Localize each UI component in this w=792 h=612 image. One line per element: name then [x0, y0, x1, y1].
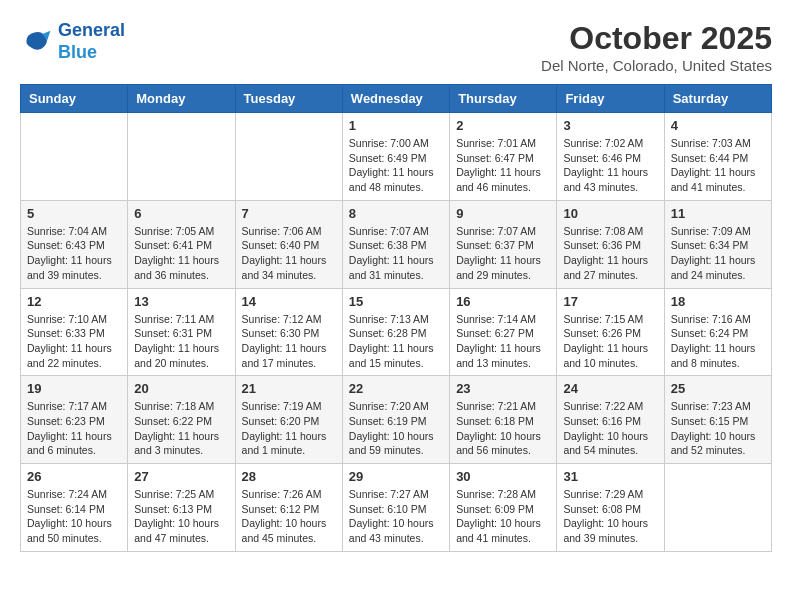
day-number: 9 — [456, 206, 550, 221]
day-number: 16 — [456, 294, 550, 309]
day-info: Sunrise: 7:12 AM Sunset: 6:30 PM Dayligh… — [242, 312, 336, 371]
calendar-cell: 13Sunrise: 7:11 AM Sunset: 6:31 PM Dayli… — [128, 288, 235, 376]
calendar-cell: 20Sunrise: 7:18 AM Sunset: 6:22 PM Dayli… — [128, 376, 235, 464]
day-info: Sunrise: 7:13 AM Sunset: 6:28 PM Dayligh… — [349, 312, 443, 371]
logo: General Blue — [20, 20, 125, 63]
day-info: Sunrise: 7:01 AM Sunset: 6:47 PM Dayligh… — [456, 136, 550, 195]
calendar-cell: 15Sunrise: 7:13 AM Sunset: 6:28 PM Dayli… — [342, 288, 449, 376]
day-number: 12 — [27, 294, 121, 309]
day-number: 31 — [563, 469, 657, 484]
day-info: Sunrise: 7:07 AM Sunset: 6:38 PM Dayligh… — [349, 224, 443, 283]
calendar-subtitle: Del Norte, Colorado, United States — [541, 57, 772, 74]
logo-text: General Blue — [58, 20, 125, 63]
day-number: 3 — [563, 118, 657, 133]
day-info: Sunrise: 7:06 AM Sunset: 6:40 PM Dayligh… — [242, 224, 336, 283]
calendar-table: SundayMondayTuesdayWednesdayThursdayFrid… — [20, 84, 772, 552]
calendar-cell: 19Sunrise: 7:17 AM Sunset: 6:23 PM Dayli… — [21, 376, 128, 464]
day-number: 29 — [349, 469, 443, 484]
day-number: 18 — [671, 294, 765, 309]
calendar-cell: 7Sunrise: 7:06 AM Sunset: 6:40 PM Daylig… — [235, 200, 342, 288]
day-number: 2 — [456, 118, 550, 133]
weekday-header-monday: Monday — [128, 85, 235, 113]
day-number: 25 — [671, 381, 765, 396]
calendar-week-row: 26Sunrise: 7:24 AM Sunset: 6:14 PM Dayli… — [21, 464, 772, 552]
day-info: Sunrise: 7:04 AM Sunset: 6:43 PM Dayligh… — [27, 224, 121, 283]
weekday-header-tuesday: Tuesday — [235, 85, 342, 113]
calendar-cell: 9Sunrise: 7:07 AM Sunset: 6:37 PM Daylig… — [450, 200, 557, 288]
day-info: Sunrise: 7:27 AM Sunset: 6:10 PM Dayligh… — [349, 487, 443, 546]
calendar-cell — [128, 113, 235, 201]
day-info: Sunrise: 7:16 AM Sunset: 6:24 PM Dayligh… — [671, 312, 765, 371]
day-number: 27 — [134, 469, 228, 484]
day-number: 26 — [27, 469, 121, 484]
day-number: 22 — [349, 381, 443, 396]
day-number: 7 — [242, 206, 336, 221]
day-info: Sunrise: 7:25 AM Sunset: 6:13 PM Dayligh… — [134, 487, 228, 546]
day-info: Sunrise: 7:15 AM Sunset: 6:26 PM Dayligh… — [563, 312, 657, 371]
calendar-cell: 24Sunrise: 7:22 AM Sunset: 6:16 PM Dayli… — [557, 376, 664, 464]
calendar-week-row: 5Sunrise: 7:04 AM Sunset: 6:43 PM Daylig… — [21, 200, 772, 288]
day-info: Sunrise: 7:11 AM Sunset: 6:31 PM Dayligh… — [134, 312, 228, 371]
calendar-cell: 11Sunrise: 7:09 AM Sunset: 6:34 PM Dayli… — [664, 200, 771, 288]
calendar-cell: 4Sunrise: 7:03 AM Sunset: 6:44 PM Daylig… — [664, 113, 771, 201]
calendar-cell: 25Sunrise: 7:23 AM Sunset: 6:15 PM Dayli… — [664, 376, 771, 464]
day-number: 17 — [563, 294, 657, 309]
day-number: 1 — [349, 118, 443, 133]
day-info: Sunrise: 7:18 AM Sunset: 6:22 PM Dayligh… — [134, 399, 228, 458]
calendar-cell: 3Sunrise: 7:02 AM Sunset: 6:46 PM Daylig… — [557, 113, 664, 201]
calendar-cell: 8Sunrise: 7:07 AM Sunset: 6:38 PM Daylig… — [342, 200, 449, 288]
calendar-cell: 22Sunrise: 7:20 AM Sunset: 6:19 PM Dayli… — [342, 376, 449, 464]
day-number: 6 — [134, 206, 228, 221]
day-info: Sunrise: 7:05 AM Sunset: 6:41 PM Dayligh… — [134, 224, 228, 283]
page-header: General Blue October 2025 Del Norte, Col… — [20, 20, 772, 74]
calendar-cell: 31Sunrise: 7:29 AM Sunset: 6:08 PM Dayli… — [557, 464, 664, 552]
calendar-cell: 30Sunrise: 7:28 AM Sunset: 6:09 PM Dayli… — [450, 464, 557, 552]
calendar-cell: 2Sunrise: 7:01 AM Sunset: 6:47 PM Daylig… — [450, 113, 557, 201]
day-number: 5 — [27, 206, 121, 221]
calendar-cell: 23Sunrise: 7:21 AM Sunset: 6:18 PM Dayli… — [450, 376, 557, 464]
day-number: 24 — [563, 381, 657, 396]
day-info: Sunrise: 7:24 AM Sunset: 6:14 PM Dayligh… — [27, 487, 121, 546]
day-number: 19 — [27, 381, 121, 396]
logo-icon — [20, 26, 52, 58]
day-info: Sunrise: 7:03 AM Sunset: 6:44 PM Dayligh… — [671, 136, 765, 195]
day-number: 4 — [671, 118, 765, 133]
calendar-week-row: 19Sunrise: 7:17 AM Sunset: 6:23 PM Dayli… — [21, 376, 772, 464]
day-info: Sunrise: 7:20 AM Sunset: 6:19 PM Dayligh… — [349, 399, 443, 458]
day-info: Sunrise: 7:02 AM Sunset: 6:46 PM Dayligh… — [563, 136, 657, 195]
calendar-cell: 16Sunrise: 7:14 AM Sunset: 6:27 PM Dayli… — [450, 288, 557, 376]
calendar-cell: 27Sunrise: 7:25 AM Sunset: 6:13 PM Dayli… — [128, 464, 235, 552]
day-info: Sunrise: 7:28 AM Sunset: 6:09 PM Dayligh… — [456, 487, 550, 546]
calendar-cell: 21Sunrise: 7:19 AM Sunset: 6:20 PM Dayli… — [235, 376, 342, 464]
day-number: 21 — [242, 381, 336, 396]
day-number: 28 — [242, 469, 336, 484]
day-info: Sunrise: 7:29 AM Sunset: 6:08 PM Dayligh… — [563, 487, 657, 546]
calendar-cell — [235, 113, 342, 201]
day-info: Sunrise: 7:08 AM Sunset: 6:36 PM Dayligh… — [563, 224, 657, 283]
calendar-cell: 5Sunrise: 7:04 AM Sunset: 6:43 PM Daylig… — [21, 200, 128, 288]
day-number: 10 — [563, 206, 657, 221]
day-number: 13 — [134, 294, 228, 309]
calendar-cell: 12Sunrise: 7:10 AM Sunset: 6:33 PM Dayli… — [21, 288, 128, 376]
calendar-cell: 28Sunrise: 7:26 AM Sunset: 6:12 PM Dayli… — [235, 464, 342, 552]
calendar-cell — [664, 464, 771, 552]
calendar-title: October 2025 — [541, 20, 772, 57]
weekday-header-wednesday: Wednesday — [342, 85, 449, 113]
title-block: October 2025 Del Norte, Colorado, United… — [541, 20, 772, 74]
calendar-cell: 6Sunrise: 7:05 AM Sunset: 6:41 PM Daylig… — [128, 200, 235, 288]
weekday-header-row: SundayMondayTuesdayWednesdayThursdayFrid… — [21, 85, 772, 113]
day-info: Sunrise: 7:23 AM Sunset: 6:15 PM Dayligh… — [671, 399, 765, 458]
day-number: 30 — [456, 469, 550, 484]
day-info: Sunrise: 7:09 AM Sunset: 6:34 PM Dayligh… — [671, 224, 765, 283]
calendar-week-row: 1Sunrise: 7:00 AM Sunset: 6:49 PM Daylig… — [21, 113, 772, 201]
day-info: Sunrise: 7:22 AM Sunset: 6:16 PM Dayligh… — [563, 399, 657, 458]
calendar-cell: 18Sunrise: 7:16 AM Sunset: 6:24 PM Dayli… — [664, 288, 771, 376]
day-number: 23 — [456, 381, 550, 396]
weekday-header-saturday: Saturday — [664, 85, 771, 113]
weekday-header-sunday: Sunday — [21, 85, 128, 113]
day-info: Sunrise: 7:14 AM Sunset: 6:27 PM Dayligh… — [456, 312, 550, 371]
day-info: Sunrise: 7:26 AM Sunset: 6:12 PM Dayligh… — [242, 487, 336, 546]
day-number: 11 — [671, 206, 765, 221]
calendar-cell: 17Sunrise: 7:15 AM Sunset: 6:26 PM Dayli… — [557, 288, 664, 376]
day-info: Sunrise: 7:10 AM Sunset: 6:33 PM Dayligh… — [27, 312, 121, 371]
